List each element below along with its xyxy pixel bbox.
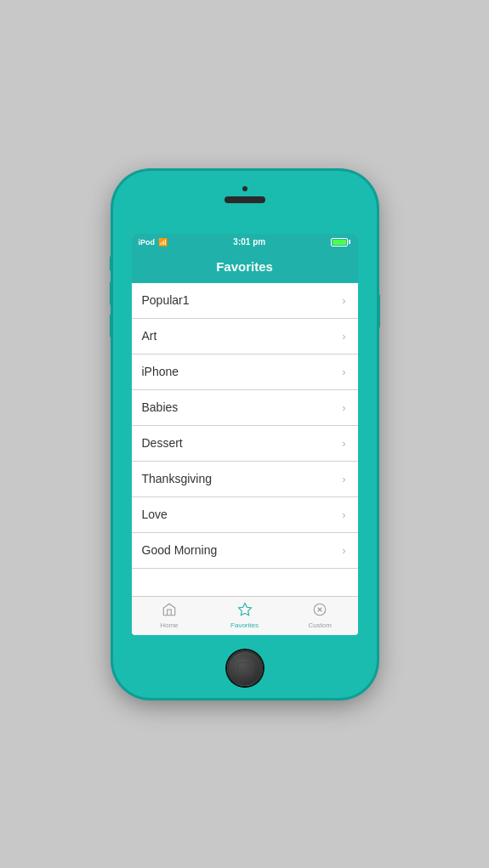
camera-icon: [242, 186, 247, 191]
chevron-icon: ›: [342, 330, 345, 343]
chevron-icon: ›: [342, 437, 345, 450]
screen-area: iPod 📶 3:01 pm Favorites: [132, 234, 358, 635]
navigation-bar: Favorites: [132, 251, 358, 283]
item-label: Love: [142, 508, 168, 521]
tab-custom[interactable]: Custom: [282, 602, 358, 629]
tab-favorites[interactable]: Favorites: [207, 602, 282, 629]
status-left: iPod 📶: [139, 238, 168, 247]
list-item[interactable]: Art ›: [132, 319, 358, 355]
chevron-icon: ›: [342, 401, 345, 414]
list-item[interactable]: Popular1 ›: [132, 283, 358, 319]
home-button-area: [227, 650, 263, 686]
home-button[interactable]: [227, 650, 263, 686]
list-item[interactable]: Good Morning ›: [132, 533, 358, 569]
svg-marker-0: [238, 604, 251, 616]
list-item[interactable]: Dessert ›: [132, 426, 358, 462]
volume-down-button[interactable]: [110, 314, 113, 338]
chevron-icon: ›: [342, 294, 345, 307]
list-item[interactable]: Thanksgiving ›: [132, 462, 358, 497]
item-label: Babies: [142, 400, 179, 414]
phone-top-area: [225, 186, 265, 203]
list-item[interactable]: iPhone ›: [132, 355, 358, 390]
item-label: iPhone: [142, 365, 179, 378]
item-label: Popular1: [142, 293, 190, 307]
list-item[interactable]: Babies ›: [132, 390, 358, 426]
volume-up-button[interactable]: [110, 281, 113, 305]
item-label: Good Morning: [142, 543, 218, 557]
status-right: [331, 238, 350, 247]
tab-bar: Home Favorites: [132, 596, 358, 635]
power-button[interactable]: [377, 294, 380, 328]
phone-device: iPod 📶 3:01 pm Favorites: [113, 171, 377, 698]
status-bar: iPod 📶 3:01 pm: [132, 234, 358, 251]
favorites-list: Popular1 › Art › iPhone › Babies › Desse…: [132, 283, 358, 596]
wifi-icon: 📶: [158, 238, 168, 247]
custom-icon: [312, 602, 327, 620]
chevron-icon: ›: [342, 473, 345, 485]
tab-home-label: Home: [160, 621, 178, 629]
chevron-icon: ›: [342, 544, 345, 557]
chevron-icon: ›: [342, 508, 345, 521]
home-icon: [162, 602, 177, 620]
empty-row: [132, 569, 358, 596]
item-label: Dessert: [142, 436, 183, 450]
tab-favorites-label: Favorites: [230, 621, 259, 629]
battery-tip: [349, 240, 350, 244]
list-item[interactable]: Love ›: [132, 497, 358, 533]
screen: iPod 📶 3:01 pm Favorites: [132, 234, 358, 635]
tab-custom-label: Custom: [308, 621, 332, 629]
item-label: Art: [142, 329, 157, 343]
battery-indicator: [331, 238, 350, 247]
chevron-icon: ›: [342, 366, 345, 378]
status-time: 3:01 pm: [233, 237, 265, 247]
battery-fill: [333, 240, 345, 245]
battery-body: [331, 238, 348, 247]
favorites-icon: [237, 602, 253, 620]
carrier-label: iPod: [139, 238, 156, 247]
tab-home[interactable]: Home: [132, 602, 208, 629]
speaker: [225, 196, 265, 203]
mute-button[interactable]: [110, 256, 113, 271]
item-label: Thanksgiving: [142, 472, 213, 485]
home-button-inner: [237, 662, 253, 674]
nav-title: Favorites: [216, 259, 273, 274]
